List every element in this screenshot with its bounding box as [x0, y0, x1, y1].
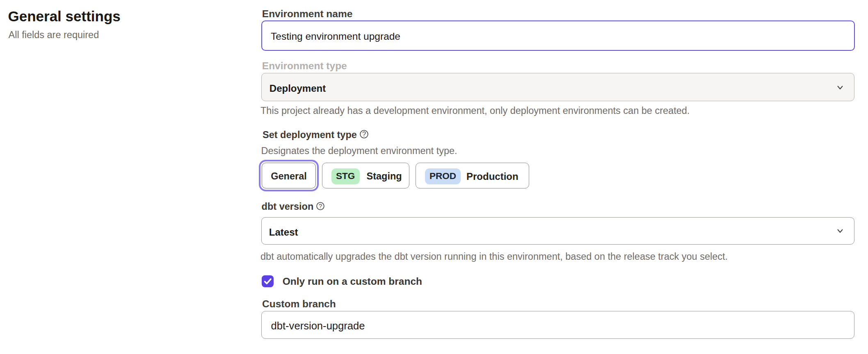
- svg-text:?: ?: [362, 130, 365, 138]
- svg-text:?: ?: [318, 202, 322, 209]
